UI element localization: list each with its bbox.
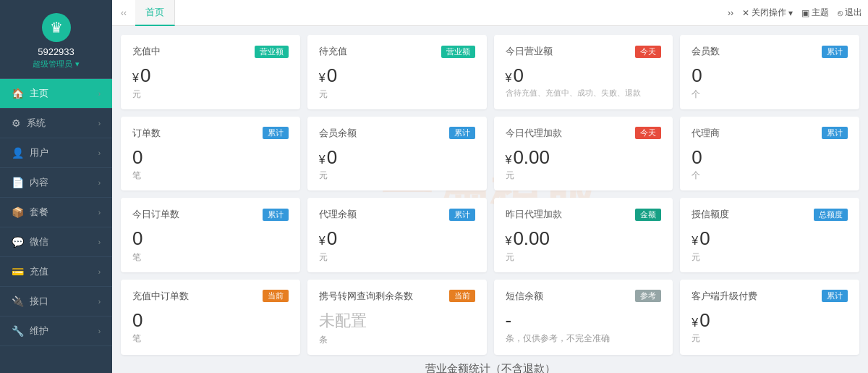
chevron-icon: ›	[98, 120, 101, 127]
topbar-right: ›› ✕ 关闭操作 ▾ ▣ 主题 ⎋ 退出	[728, 7, 862, 19]
chevron-icon: ›	[98, 179, 101, 187]
stat-unit: 元	[132, 88, 289, 101]
stat-unit: 元	[319, 251, 475, 264]
sidebar-item-label: 主页	[30, 87, 48, 100]
sidebar-item-content[interactable]: 📄 内容 ›	[0, 168, 112, 198]
stat-sub: 含待充值、充值中、成功、失败、退款	[506, 88, 662, 99]
topbar-tabs: 首页	[135, 0, 175, 26]
stat-value: ¥0	[692, 310, 848, 331]
chevron-icon: ›	[98, 209, 101, 217]
stat-badge: 今天	[635, 127, 661, 139]
stat-value: ¥0	[506, 65, 662, 86]
section-title: 营业金额统计（不含退款）	[121, 362, 859, 373]
stat-title: 客户端升级付费	[692, 290, 757, 303]
wechat-icon: 💬	[12, 236, 24, 248]
stat-badge: 累计	[822, 127, 848, 139]
topbar: ‹‹ 首页 ›› ✕ 关闭操作 ▾ ▣ 主题 ⎋ 退出	[112, 0, 868, 26]
stat-title: 今日代理加款	[506, 127, 562, 140]
stat-card-client-upgrade-fee: 客户端升级付费 累计 ¥0 元	[680, 280, 859, 355]
chevron-icon: ›	[98, 90, 101, 98]
stat-unit: 笔	[132, 332, 289, 345]
stat-title: 今日订单数	[132, 208, 179, 221]
stats-row-2: 订单数 累计 0 笔 会员余额 累计 ¥0 元 今日代理加款 今天 ¥	[121, 117, 859, 191]
stat-badge: 营业额	[441, 46, 475, 58]
stat-card-today-agent-add: 今日代理加款 今天 ¥0.00 元	[494, 117, 673, 191]
stat-unit: 个	[692, 169, 848, 182]
stat-card-charging: 充值中 营业额 ¥0 元	[121, 35, 300, 109]
sidebar-item-label: 充值	[30, 265, 48, 278]
stat-value: ¥0	[692, 228, 848, 249]
sidebar-item-package[interactable]: 📦 套餐 ›	[0, 198, 112, 227]
sidebar-logo: ♛ 5922933 超级管理员 ▾	[0, 0, 112, 79]
stat-badge: 参考	[635, 290, 661, 302]
stat-unit: 条，仅供参考，不完全准确	[506, 332, 662, 345]
stat-title: 昨日代理加款	[506, 208, 562, 221]
sidebar-item-label: 维护	[30, 324, 48, 338]
stat-title: 会员数	[692, 45, 720, 58]
stat-value: 0	[132, 147, 289, 168]
sidebar-item-wechat[interactable]: 💬 微信 ›	[0, 227, 112, 257]
stat-card-member-balance: 会员余额 累计 ¥0 元	[307, 117, 487, 191]
sidebar-item-system[interactable]: ⚙ 系统 ›	[0, 109, 112, 138]
stat-value: 0	[692, 147, 848, 168]
close-ops-button[interactable]: ✕ 关闭操作 ▾	[742, 7, 793, 19]
sidebar-nav: 🏠 主页 › ⚙ 系统 › 👤 用户 › 📄 内容 ›	[0, 79, 112, 373]
sidebar-item-api[interactable]: 🔌 接口 ›	[0, 287, 112, 317]
stat-unit: 条	[319, 334, 475, 346]
api-icon: 🔌	[12, 296, 24, 307]
nav-back-icon[interactable]: ‹‹	[118, 7, 129, 20]
stat-title: 待充值	[319, 45, 347, 58]
nav-arrows: ‹‹	[118, 7, 129, 20]
sidebar-item-recharge[interactable]: 💳 充值 ›	[0, 257, 112, 287]
stat-badge: 累计	[449, 127, 475, 139]
stat-card-credit-limit: 授信额度 总额度 ¥0 元	[680, 198, 859, 272]
stat-value: ¥0	[132, 65, 289, 86]
sidebar-item-label: 内容	[30, 176, 48, 189]
sidebar-username: 5922933	[38, 46, 75, 57]
logout-icon: ⎋	[838, 8, 843, 18]
stat-unit: 元	[692, 251, 848, 264]
stat-title: 携号转网查询剩余条数	[319, 290, 413, 303]
stat-unit: 元	[506, 251, 662, 264]
stat-title: 充值中订单数	[132, 290, 189, 303]
stat-unit: 个	[692, 88, 848, 101]
stat-badge: 当前	[449, 290, 475, 302]
nav-forward-icon[interactable]: ››	[728, 8, 733, 18]
tab-home[interactable]: 首页	[135, 0, 175, 26]
stat-badge: 总额度	[814, 209, 848, 221]
stat-title: 会员余额	[319, 127, 357, 140]
stat-title: 短信余额	[506, 290, 543, 303]
stat-card-agent-balance: 代理余额 累计 ¥0 元	[307, 198, 487, 272]
sidebar-item-label: 接口	[30, 295, 48, 308]
stat-value: ¥0.00	[506, 228, 662, 249]
stat-value: ¥0	[319, 65, 475, 86]
stat-badge: 今天	[635, 46, 661, 58]
stat-card-yesterday-agent-add: 昨日代理加款 金额 ¥0.00 元	[494, 198, 673, 272]
stat-badge: 金额	[635, 209, 661, 221]
stat-unit: 元	[319, 88, 475, 101]
sidebar-item-maintain[interactable]: 🔧 维护 ›	[0, 317, 112, 346]
sidebar-item-user[interactable]: 👤 用户 ›	[0, 138, 112, 168]
stat-value: 0	[132, 228, 289, 249]
stat-badge: 累计	[263, 127, 289, 139]
stat-unit: 笔	[132, 251, 289, 264]
stat-badge: 营业额	[255, 46, 289, 58]
stat-card-today-revenue: 今日营业额 今天 ¥0 含待充值、充值中、成功、失败、退款	[494, 35, 673, 109]
sidebar-role: 超级管理员 ▾	[33, 59, 80, 70]
stat-value: ¥0	[319, 147, 475, 168]
main-content: ‹‹ 首页 ›› ✕ 关闭操作 ▾ ▣ 主题 ⎋ 退出 一淘模版	[112, 0, 868, 373]
stat-card-agent-count: 代理商 累计 0 个	[680, 117, 859, 191]
stat-value: -	[506, 310, 662, 331]
stat-badge: 当前	[263, 290, 289, 302]
user-icon: 👤	[12, 147, 24, 159]
stat-value: ¥0	[319, 228, 475, 249]
theme-button[interactable]: ▣ 主题	[801, 7, 829, 19]
chevron-icon: ›	[98, 268, 101, 276]
page-area: 一淘模版 充值中 营业额 ¥0 元 待充值 营业额 ¥0 元	[112, 26, 868, 373]
stats-row-1: 充值中 营业额 ¥0 元 待充值 营业额 ¥0 元 今日营业额 今天	[121, 35, 859, 109]
sidebar-item-home[interactable]: 🏠 主页 ›	[0, 79, 112, 109]
stat-title: 充值中	[132, 45, 161, 58]
logout-button[interactable]: ⎋ 退出	[838, 7, 862, 19]
content-icon: 📄	[12, 177, 24, 188]
chevron-icon: ›	[98, 238, 101, 246]
